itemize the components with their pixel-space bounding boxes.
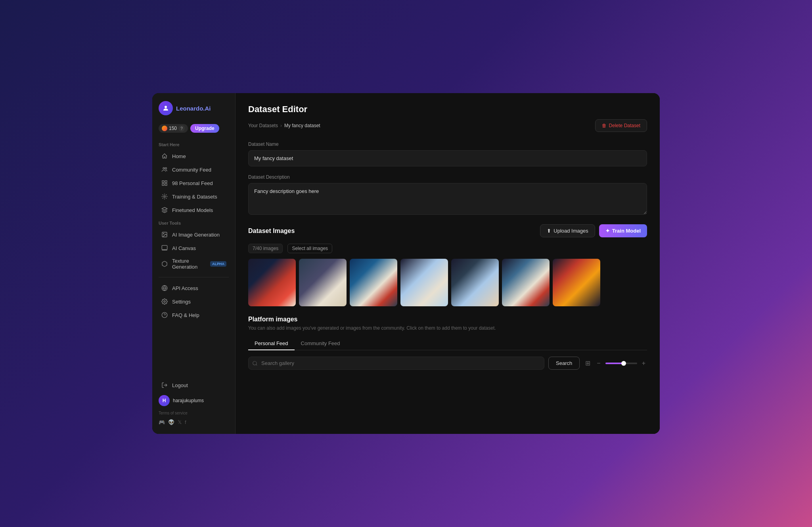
- image-thumb[interactable]: [502, 259, 550, 306]
- dataset-name-field: Dataset Name: [248, 141, 647, 166]
- upgrade-button[interactable]: Upgrade: [190, 124, 219, 133]
- search-row: Search ⊞ − +: [248, 357, 647, 370]
- image-thumb[interactable]: [299, 259, 347, 306]
- social-icons: 🎮 👽 𝕏 f: [152, 417, 235, 428]
- zoom-slider-container: [605, 363, 637, 364]
- training-icon: [161, 193, 168, 200]
- train-icon: ✦: [605, 228, 610, 234]
- help-icon: [161, 311, 168, 319]
- delete-icon: 🗑: [602, 123, 607, 128]
- token-count: 150 ?: [159, 124, 188, 133]
- dataset-description-label: Dataset Description: [248, 174, 647, 180]
- breadcrumb-root[interactable]: Your Datasets: [248, 123, 278, 128]
- image-thumb[interactable]: [451, 259, 499, 306]
- upload-images-button[interactable]: ⬆ Upload Images: [540, 224, 595, 237]
- train-model-button[interactable]: ✦ Train Model: [599, 224, 647, 237]
- svg-point-7: [164, 196, 165, 197]
- grid-view-button[interactable]: ⊞: [584, 358, 592, 369]
- dataset-name-label: Dataset Name: [248, 141, 647, 147]
- logo-text: Leonardo.Ai: [176, 105, 211, 112]
- user-name: harajukuplums: [173, 398, 204, 403]
- image-thumb[interactable]: [248, 259, 296, 306]
- svg-point-0: [165, 106, 167, 108]
- sidebar-item-ai-image-gen[interactable]: AI Image Generation: [155, 228, 233, 241]
- twitter-icon[interactable]: 𝕏: [178, 419, 182, 425]
- svg-point-16: [164, 301, 165, 302]
- upload-icon: ⬆: [547, 228, 551, 234]
- info-icon[interactable]: ?: [178, 125, 185, 132]
- api-icon: [161, 285, 168, 292]
- facebook-icon[interactable]: f: [185, 419, 186, 425]
- view-controls: ⊞ − +: [584, 358, 647, 369]
- sidebar: Leonardo.Ai 150 ? Upgrade Start Here Hom…: [152, 93, 236, 434]
- sidebar-item-faq-help[interactable]: FAQ & Help: [155, 308, 233, 322]
- main-content: Dataset Editor Your Datasets › My fancy …: [236, 93, 660, 434]
- search-input[interactable]: [248, 357, 544, 370]
- tab-personal-feed[interactable]: Personal Feed: [248, 337, 295, 350]
- header-actions: ⬆ Upload Images ✦ Train Model: [540, 224, 647, 237]
- dataset-description-input[interactable]: Fancy description goes here: [248, 183, 647, 215]
- texture-icon: [161, 260, 168, 267]
- alpha-badge: ALPHA: [210, 261, 226, 267]
- personal-icon: [161, 179, 168, 187]
- svg-rect-5: [162, 183, 164, 185]
- models-icon: [161, 206, 168, 214]
- dataset-description-field: Dataset Description Fancy description go…: [248, 174, 647, 216]
- platform-section: Platform images You can also add images …: [248, 316, 647, 370]
- svg-marker-8: [162, 207, 167, 210]
- user-row: H harajukuplums: [152, 392, 235, 409]
- sidebar-item-ai-canvas[interactable]: AI Canvas: [155, 241, 233, 255]
- discord-icon[interactable]: 🎮: [159, 419, 165, 425]
- image-thumb[interactable]: [400, 259, 448, 306]
- platform-description: You can also add images you've generated…: [248, 325, 647, 331]
- images-toolbar: 7/40 images Select all images: [248, 244, 647, 253]
- images-count: 7/40 images: [248, 244, 283, 253]
- dataset-images-title: Dataset Images: [248, 227, 295, 235]
- sidebar-item-personal-feed[interactable]: 98 Personal Feed: [155, 176, 233, 190]
- select-all-button[interactable]: Select all images: [287, 244, 332, 253]
- sidebar-logo[interactable]: Leonardo.Ai: [152, 101, 235, 122]
- svg-line-21: [256, 364, 257, 365]
- sidebar-item-community-feed[interactable]: Community Feed: [155, 163, 233, 176]
- svg-rect-6: [165, 183, 167, 185]
- svg-rect-4: [165, 181, 167, 183]
- image-thumb[interactable]: [553, 259, 600, 306]
- svg-rect-3: [162, 181, 164, 183]
- sidebar-item-finetuned-models[interactable]: Finetuned Models: [155, 203, 233, 217]
- platform-title: Platform images: [248, 316, 647, 323]
- sidebar-item-training-datasets[interactable]: Training & Datasets: [155, 190, 233, 203]
- sidebar-item-texture-gen[interactable]: Texture Generation ALPHA: [155, 255, 233, 273]
- zoom-slider[interactable]: [605, 363, 637, 364]
- reddit-icon[interactable]: 👽: [168, 419, 174, 425]
- search-button[interactable]: Search: [548, 357, 580, 370]
- search-icon: [252, 361, 258, 366]
- sidebar-item-home[interactable]: Home: [155, 149, 233, 163]
- breadcrumb: Your Datasets › My fancy dataset 🗑 Delet…: [248, 119, 647, 132]
- platform-tabs: Personal Feed Community Feed: [248, 337, 647, 350]
- community-icon: [161, 166, 168, 173]
- breadcrumb-current: My fancy dataset: [284, 123, 320, 128]
- image-thumb[interactable]: [350, 259, 397, 306]
- settings-icon: [161, 298, 168, 305]
- logo-avatar: [159, 101, 173, 115]
- canvas-icon: [161, 244, 168, 252]
- sidebar-item-settings[interactable]: Settings: [155, 295, 233, 308]
- tab-community-feed[interactable]: Community Feed: [295, 337, 347, 350]
- zoom-out-button[interactable]: −: [595, 358, 602, 369]
- token-bar: 150 ? Upgrade: [152, 122, 235, 138]
- start-here-label: Start Here: [152, 138, 235, 149]
- sidebar-item-api-access[interactable]: API Access: [155, 281, 233, 295]
- image-grid: [248, 259, 647, 306]
- terms-of-service[interactable]: Terms of service: [152, 409, 235, 417]
- svg-point-1: [163, 168, 165, 169]
- breadcrumb-separator: ›: [280, 123, 282, 128]
- dataset-images-header: Dataset Images ⬆ Upload Images ✦ Train M…: [248, 224, 647, 237]
- dataset-name-input[interactable]: [248, 150, 647, 166]
- delete-dataset-button[interactable]: 🗑 Delete Dataset: [595, 119, 647, 132]
- logout-button[interactable]: Logout: [155, 378, 233, 392]
- svg-point-20: [253, 361, 257, 365]
- logout-icon: [161, 382, 168, 389]
- zoom-in-button[interactable]: +: [640, 358, 647, 369]
- token-icon: [162, 126, 167, 131]
- svg-point-10: [163, 233, 164, 234]
